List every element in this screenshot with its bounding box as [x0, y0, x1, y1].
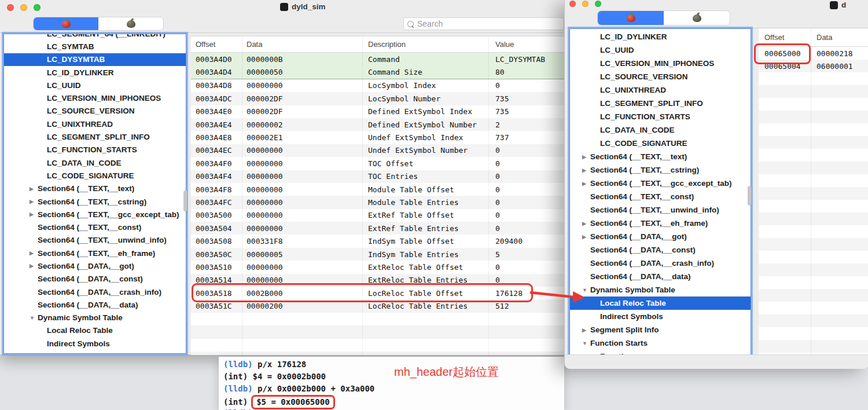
sidebar-scrollbar-thumb[interactable] — [748, 186, 751, 206]
sidebar-item-section64-text-cstring[interactable]: ▶Section64 (__TEXT,__cstring) — [570, 163, 751, 177]
sidebar-item-section64-text-const[interactable]: Section64 (__TEXT,__const) — [570, 190, 751, 203]
sidebar-item-section64-text-eh-frame[interactable]: ▶Section64 (__TEXT,__eh_frame) — [4, 247, 186, 259]
sidebar-item-section64-text-eh-frame[interactable]: ▶Section64 (__TEXT,__eh_frame) — [570, 217, 751, 230]
sidebar-item-lc-dysymtab[interactable]: LC_DYSYMTAB — [4, 53, 186, 66]
sidebar-item-section64-text-text[interactable]: ▶Section64 (__TEXT,__text) — [570, 150, 751, 163]
table-row[interactable]: 0003A4EC00000000Undef ExtSymbol Number0 — [191, 144, 570, 157]
chevron-down-icon[interactable]: ▼ — [582, 341, 590, 346]
chevron-right-icon[interactable]: ▶ — [582, 221, 590, 226]
table-row[interactable]: 0003A4D800000000LocSymbol Index0 — [191, 79, 570, 92]
table-row[interactable]: 0003A508000331F8IndSym Table Offset20940… — [191, 235, 570, 247]
sidebar-item-lc-source-version[interactable]: LC_SOURCE_VERSION — [4, 105, 186, 118]
chevron-down-icon[interactable]: ▼ — [582, 287, 590, 293]
table-row[interactable]: 0006500406000001 — [759, 60, 868, 72]
table-row[interactable]: 0003A4FC00000000Module Table Entries0 — [191, 196, 570, 208]
sidebar-item-lc-unixthread[interactable]: LC_UNIXTHREAD — [4, 118, 186, 130]
table-row[interactable]: 0003A4E8000002E1Undef ExtSymbol Index737 — [191, 131, 570, 144]
sidebar-item-section64-data-got[interactable]: ▶Section64 (__DATA,__got) — [570, 230, 751, 243]
chevron-right-icon[interactable]: ▶ — [30, 263, 38, 269]
sidebar-item-lc-segment-split-info[interactable]: LC_SEGMENT_SPLIT_INFO — [570, 97, 751, 110]
chevron-right-icon[interactable]: ▶ — [582, 327, 590, 333]
sidebar-item-dynamic-symbol-table[interactable]: ▼Dynamic Symbol Table — [570, 283, 751, 296]
close-button[interactable] — [7, 4, 14, 11]
sidebar-item-lc-segment-split-info[interactable]: LC_SEGMENT_SPLIT_INFO — [4, 130, 186, 143]
tab-apple-dark[interactable] — [664, 11, 730, 25]
sidebar-item-lc-id-dylinker[interactable]: LC_ID_DYLINKER — [570, 30, 751, 43]
sidebar-item-segment-split-info[interactable]: ▶Segment Split Info — [570, 323, 751, 336]
table-row[interactable]: 0003A4F400000000TOC Entries0 — [191, 170, 570, 183]
sidebar-item-local-reloc-table[interactable]: Local Reloc Table — [570, 296, 751, 310]
sidebar-item-section64-data-data[interactable]: Section64 (__DATA,__data) — [570, 270, 751, 283]
sidebar-item-lc-symtab[interactable]: LC_SYMTAB — [4, 40, 186, 53]
sidebar-item-lc-code-signature[interactable]: LC_CODE_SIGNATURE — [570, 137, 751, 150]
table-row[interactable]: 0003A4D400000050Command Size80 — [191, 65, 570, 79]
table-row[interactable]: 0003A50400000000ExtRef Table Entries0 — [191, 222, 570, 235]
sidebar-item-lc-data-in-code[interactable]: LC_DATA_IN_CODE — [570, 123, 751, 137]
sidebar-item-lc-uuid[interactable]: LC_UUID — [570, 43, 751, 57]
chevron-right-icon[interactable]: ▶ — [582, 167, 590, 173]
sidebar-item-indirect-symbols[interactable]: Indirect Symbols — [570, 310, 751, 323]
sidebar-item-lc-function-starts[interactable]: LC_FUNCTION_STARTS — [570, 110, 751, 123]
sidebar-item-lc-uuid[interactable]: LC_UUID — [4, 79, 186, 91]
sidebar-item-section64-text-text[interactable]: ▶Section64 (__TEXT,__text) — [4, 182, 186, 195]
zoom-button[interactable] — [595, 1, 601, 7]
sidebar-item-section64-data-crash-info[interactable]: Section64 (__DATA,__crash_info) — [570, 257, 751, 270]
sidebar-item-segment-split-info[interactable]: ▶Segment Split Info — [4, 350, 186, 354]
machoview-window-left[interactable]: dyld_sim LC_SEGMENT_64 (__LINKEDIT)LC_SY… — [0, 0, 570, 355]
sidebar-item-local-reloc-table[interactable]: Local Reloc Table — [4, 324, 186, 337]
search-input[interactable] — [416, 19, 564, 29]
column-header-value[interactable]: Value — [495, 40, 570, 49]
chevron-right-icon[interactable]: ▶ — [30, 250, 38, 256]
search-field[interactable] — [403, 17, 564, 30]
sidebar-item-section64-text-cstring[interactable]: ▶Section64 (__TEXT,__cstring) — [4, 195, 186, 208]
sidebar-item-section64-data-got[interactable]: ▶Section64 (__DATA,__got) — [4, 259, 186, 272]
table-row[interactable]: 0003A51000000000ExtReloc Table Offset0 — [191, 261, 570, 273]
minimize-button[interactable] — [582, 1, 589, 7]
column-header-offset[interactable]: Offset — [196, 40, 247, 49]
sidebar-item-lc-function-starts[interactable]: LC_FUNCTION_STARTS — [4, 144, 186, 156]
tab-apple-red[interactable] — [34, 17, 98, 30]
table-row[interactable]: 0003A50C00000005IndSym Table Entries5 — [191, 248, 570, 261]
table-row[interactable]: 0003A4E400000002Defined ExtSymbol Number… — [191, 118, 570, 131]
sidebar-item-section64-data-crash-info[interactable]: Section64 (__DATA,__crash_info) — [4, 285, 186, 298]
close-button[interactable] — [569, 1, 576, 7]
sidebar-item-function-starts[interactable]: ▼Function Starts — [570, 336, 751, 350]
terminal-window[interactable]: (lldb) p/x 176128(int) $4 = 0x0002b000(l… — [219, 357, 564, 410]
sidebar-item-section64-data-data[interactable]: Section64 (__DATA,__data) — [4, 298, 186, 311]
chevron-right-icon[interactable]: ▶ — [582, 234, 590, 240]
table-row[interactable]: 0003A50000000000ExtRef Table Offset0 — [191, 209, 570, 222]
sidebar-item-section64-text-unwind-info[interactable]: Section64 (__TEXT,__unwind_info) — [4, 234, 186, 247]
detail-table[interactable]: Offset Data Description Value 0003A4D000… — [191, 36, 570, 355]
sidebar-item-lc-version-min-iphoneos[interactable]: LC_VERSION_MIN_IPHONEOS — [4, 91, 186, 104]
column-header-offset[interactable]: Offset — [764, 33, 816, 42]
sidebar-item-lc-id-dylinker[interactable]: LC_ID_DYLINKER — [4, 66, 186, 79]
table-row[interactable]: 0003A4E0000002DFDefined ExtSymbol Index7… — [191, 105, 570, 118]
sidebar-item-dynamic-symbol-table[interactable]: ▼Dynamic Symbol Table — [4, 312, 186, 324]
sidebar-item-section64-text-gcc-except-tab[interactable]: ▶Section64 (__TEXT,__gcc_except_tab) — [570, 177, 751, 190]
chevron-right-icon[interactable]: ▶ — [30, 211, 38, 217]
sidebar-item-section64-data-const[interactable]: Section64 (__DATA,__const) — [4, 273, 186, 285]
sidebar-item-lc-version-min-iphoneos[interactable]: LC_VERSION_MIN_IPHONEOS — [570, 57, 751, 70]
chevron-right-icon[interactable]: ▶ — [582, 154, 590, 160]
column-header-data[interactable]: Data — [816, 33, 868, 42]
sidebar-item-lc-segment-64-linkedit[interactable]: LC_SEGMENT_64 (__LINKEDIT) — [4, 34, 186, 40]
chevron-right-icon[interactable]: ▶ — [30, 186, 38, 192]
sidebar-tree[interactable]: LC_ID_DYLINKERLC_UUIDLC_VERSION_MIN_IPHO… — [569, 28, 751, 356]
tab-apple-dark[interactable] — [98, 17, 163, 30]
column-header-description[interactable]: Description — [368, 40, 495, 49]
table-row[interactable]: 0003A4D00000000BCommandLC_DYSYMTAB — [191, 53, 570, 65]
table-row[interactable]: 0003A51400000000ExtReloc Table Entries0 — [191, 274, 570, 287]
tab-apple-red[interactable] — [598, 11, 664, 25]
chevron-down-icon[interactable]: ▼ — [30, 315, 38, 321]
sidebar-item-indirect-symbols[interactable]: Indirect Symbols — [4, 337, 186, 350]
table-row[interactable]: 0003A4F000000000TOC Offset0 — [191, 157, 570, 170]
sidebar-scrollbar-thumb[interactable] — [183, 191, 187, 211]
table-row[interactable]: 0003A5180002B000LocReloc Table Offset176… — [191, 287, 570, 299]
sidebar-item-lc-data-in-code[interactable]: LC_DATA_IN_CODE — [4, 156, 186, 169]
sidebar-item-section64-text-const[interactable]: Section64 (__TEXT,__const) — [4, 221, 186, 233]
sidebar-item-section64-text-gcc-except-tab[interactable]: ▶Section64 (__TEXT,__gcc_except_tab) — [4, 208, 186, 221]
table-row[interactable]: 0003A4F800000000Module Table Offset0 — [191, 183, 570, 196]
column-header-data[interactable]: Data — [247, 40, 368, 49]
chevron-right-icon[interactable]: ▶ — [30, 199, 38, 204]
sidebar-item-section64-text-unwind-info[interactable]: Section64 (__TEXT,__unwind_info) — [570, 203, 751, 217]
